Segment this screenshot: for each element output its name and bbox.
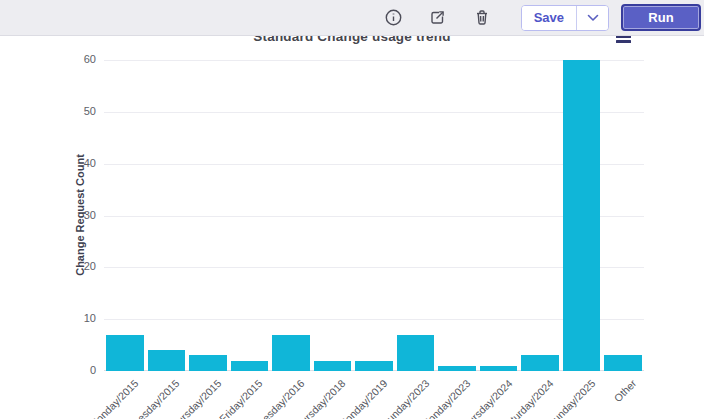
share-icon	[429, 9, 446, 26]
y-tick-label: 0	[56, 364, 96, 376]
x-tick-label: Other	[612, 377, 639, 404]
info-button[interactable]	[379, 4, 409, 32]
save-menu-button[interactable]	[576, 6, 608, 30]
bar-Monday/2015[interactable]	[106, 335, 144, 371]
bar-Sunday/2025[interactable]	[563, 60, 601, 371]
y-tick-label: 20	[56, 260, 96, 272]
bar-Thursday/2015[interactable]	[189, 355, 227, 371]
run-button[interactable]: Run	[621, 4, 701, 31]
y-tick-label: 10	[56, 312, 96, 324]
share-button[interactable]	[423, 4, 453, 32]
y-tick-label: 50	[56, 105, 96, 117]
bar-Other[interactable]	[604, 355, 642, 371]
delete-button[interactable]	[467, 4, 497, 32]
bar-Tuesday/2015[interactable]	[148, 350, 186, 371]
plot-area	[104, 60, 644, 371]
y-tick-label: 30	[56, 209, 96, 221]
x-tick-label: Monday/2015	[87, 377, 140, 419]
trash-icon	[474, 9, 490, 26]
bar-Saturday/2024[interactable]	[521, 355, 559, 371]
save-button[interactable]: Save	[522, 6, 576, 30]
save-split-button: Save	[521, 5, 609, 31]
chevron-down-icon	[587, 14, 599, 22]
chart-panel: Standard Change usage trend Change Reque…	[0, 36, 704, 419]
y-tick-label: 60	[56, 53, 96, 65]
chart-context-menu-button[interactable]	[616, 36, 632, 44]
bar-Thursday/2018[interactable]	[314, 361, 352, 371]
bar-Friday/2015[interactable]	[231, 361, 269, 371]
bar-Monday/2019[interactable]	[355, 361, 393, 371]
chart-title: Standard Change usage trend	[0, 36, 704, 44]
bar-Monday/2023[interactable]	[438, 366, 476, 371]
y-tick-label: 40	[56, 157, 96, 169]
x-tick-label: Friday/2015	[217, 377, 265, 419]
toolbar: Save Run	[0, 0, 704, 36]
bar-Sunday/2023[interactable]	[397, 335, 435, 371]
info-icon	[385, 9, 402, 26]
bar-Wednesday/2016[interactable]	[272, 335, 310, 371]
bar-Thursday/2024[interactable]	[480, 366, 518, 371]
